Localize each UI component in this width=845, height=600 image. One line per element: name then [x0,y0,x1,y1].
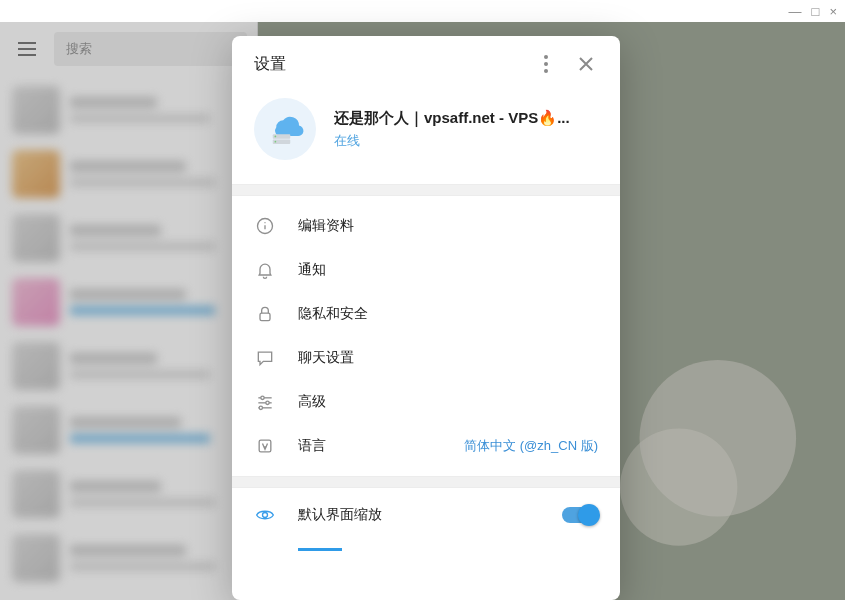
menu-item-edit-profile[interactable]: 编辑资料 [232,204,620,248]
eye-icon [254,504,276,526]
svg-point-2 [275,136,277,138]
zoom-toggle[interactable] [562,507,598,523]
menu-label: 聊天设置 [298,349,598,367]
close-button[interactable] [566,44,606,84]
zoom-slider-track [298,548,342,551]
minimize-button[interactable]: — [789,4,802,19]
profile-info: 还是那个人｜vpsaff.net - VPS🔥... 在线 [334,109,598,150]
menu-label: 通知 [298,261,598,279]
modal-title: 设置 [254,54,526,75]
language-value: 简体中文 (@zh_CN 版) [464,437,598,455]
profile-name: 还是那个人｜vpsaff.net - VPS🔥... [334,109,598,128]
menu-label: 隐私和安全 [298,305,598,323]
svg-point-15 [263,513,268,518]
svg-point-11 [266,401,269,404]
info-icon [254,215,276,237]
svg-rect-7 [260,313,270,321]
profile-status: 在线 [334,132,598,150]
svg-point-6 [264,222,265,223]
chat-icon [254,347,276,369]
zoom-slider[interactable] [232,542,620,572]
profile-avatar [254,98,316,160]
more-vertical-icon [544,55,548,73]
divider [232,476,620,488]
settings-menu: 编辑资料 通知 隐私和安全 聊天设置 高级 [232,196,620,476]
menu-label: 编辑资料 [298,217,598,235]
menu-item-advanced[interactable]: 高级 [232,380,620,424]
sliders-icon [254,391,276,413]
lock-icon [254,303,276,325]
menu-item-chat-settings[interactable]: 聊天设置 [232,336,620,380]
more-button[interactable] [526,44,566,84]
zoom-row: 默认界面缩放 [232,488,620,542]
close-icon [578,56,594,72]
zoom-label: 默认界面缩放 [298,506,540,524]
menu-item-privacy[interactable]: 隐私和安全 [232,292,620,336]
svg-point-9 [261,396,264,399]
window-close-button[interactable]: × [829,4,837,19]
modal-header: 设置 [232,36,620,92]
divider [232,184,620,196]
menu-item-notifications[interactable]: 通知 [232,248,620,292]
bell-icon [254,259,276,281]
svg-point-13 [259,406,262,409]
maximize-button[interactable]: □ [812,4,820,19]
menu-label: 语言 [298,437,442,455]
settings-modal: 设置 还是那个人｜vpsaff.net - VPS🔥... 在线 [232,36,620,600]
menu-item-language[interactable]: 语言 简体中文 (@zh_CN 版) [232,424,620,468]
language-icon [254,435,276,457]
cloud-server-icon [264,108,306,150]
window-titlebar: — □ × [0,0,845,22]
svg-point-3 [275,141,277,143]
profile-section[interactable]: 还是那个人｜vpsaff.net - VPS🔥... 在线 [232,92,620,184]
menu-label: 高级 [298,393,598,411]
